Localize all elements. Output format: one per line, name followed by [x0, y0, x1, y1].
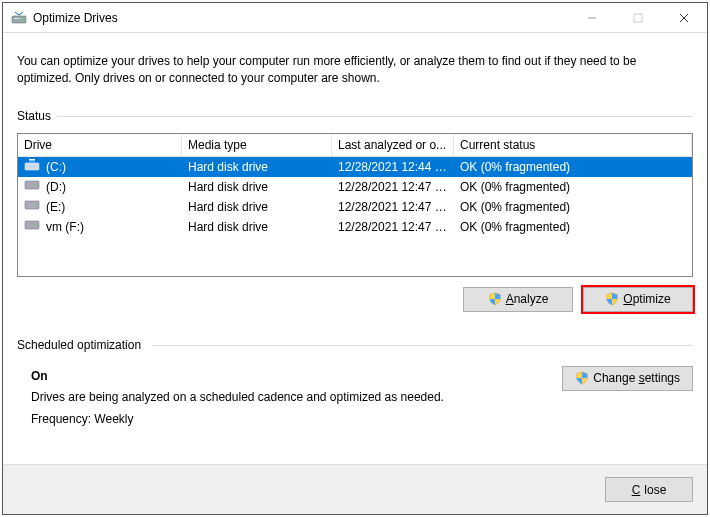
table-row[interactable]: (E:)Hard disk drive12/28/2021 12:47 P...…: [18, 197, 692, 217]
drive-icon: [24, 218, 40, 235]
header-media[interactable]: Media type: [182, 134, 332, 156]
table-row[interactable]: (C:)Hard disk drive12/28/2021 12:44 P...…: [18, 157, 692, 177]
schedule-freq: Frequency: Weekly: [31, 412, 134, 426]
svg-rect-9: [29, 159, 35, 160]
drives-table: Drive Media type Last analyzed or o... C…: [17, 133, 693, 277]
intro-text: You can optimize your drives to help you…: [17, 53, 693, 87]
drive-last: 12/28/2021 12:47 P...: [332, 200, 454, 214]
window-body: You can optimize your drives to help you…: [3, 33, 707, 444]
uac-shield-icon: [488, 292, 502, 306]
drive-name: (E:): [46, 200, 65, 214]
optimize-button[interactable]: Optimize: [583, 287, 693, 312]
titlebar: Optimize Drives: [3, 3, 707, 33]
drive-name: vm (F:): [46, 220, 84, 234]
header-drive[interactable]: Drive: [18, 134, 182, 156]
table-header: Drive Media type Last analyzed or o... C…: [18, 134, 692, 157]
svg-point-2: [22, 18, 24, 20]
scheduled-text: On Drives are being analyzed on a schedu…: [31, 366, 562, 431]
svg-rect-1: [14, 18, 20, 19]
scheduled-label: Scheduled optimization: [17, 338, 693, 352]
close-dialog-button[interactable]: Close: [605, 477, 693, 502]
drive-media: Hard disk drive: [182, 200, 332, 214]
optimize-drives-window: Optimize Drives You can optimize your dr…: [2, 2, 708, 515]
svg-point-11: [35, 184, 37, 186]
drive-name: (C:): [46, 160, 66, 174]
drive-status: OK (0% fragmented): [454, 180, 692, 194]
minimize-button[interactable]: [569, 3, 615, 32]
header-status[interactable]: Current status: [454, 134, 692, 156]
table-row[interactable]: vm (F:)Hard disk drive12/28/2021 12:47 P…: [18, 217, 692, 237]
drive-last: 12/28/2021 12:47 P...: [332, 180, 454, 194]
window-controls: [569, 3, 707, 32]
table-row[interactable]: (D:)Hard disk drive12/28/2021 12:47 P...…: [18, 177, 692, 197]
drive-media: Hard disk drive: [182, 220, 332, 234]
header-last[interactable]: Last analyzed or o...: [332, 134, 454, 156]
drive-last: 12/28/2021 12:47 P...: [332, 220, 454, 234]
status-label: Status: [17, 109, 693, 123]
table-body: (C:)Hard disk drive12/28/2021 12:44 P...…: [18, 157, 692, 237]
maximize-button[interactable]: [615, 3, 661, 32]
drive-name: (D:): [46, 180, 66, 194]
svg-point-13: [35, 204, 37, 206]
change-settings-button[interactable]: Change settings: [562, 366, 693, 391]
schedule-state: On: [31, 369, 48, 383]
footer: Close: [3, 464, 707, 514]
drive-media: Hard disk drive: [182, 160, 332, 174]
optimize-label: ptimize: [633, 292, 671, 306]
svg-rect-7: [25, 163, 39, 170]
drive-last: 12/28/2021 12:44 P...: [332, 160, 454, 174]
action-buttons: Analyze Optimize: [17, 287, 693, 312]
drive-media: Hard disk drive: [182, 180, 332, 194]
uac-shield-icon: [605, 292, 619, 306]
drive-icon: [24, 158, 40, 175]
analyze-button[interactable]: Analyze: [463, 287, 573, 312]
drive-icon: [24, 198, 40, 215]
drive-status: OK (0% fragmented): [454, 220, 692, 234]
scheduled-body: On Drives are being analyzed on a schedu…: [17, 362, 693, 431]
drive-icon: [24, 178, 40, 195]
svg-point-15: [35, 224, 37, 226]
app-icon: [11, 10, 27, 26]
drive-status: OK (0% fragmented): [454, 160, 692, 174]
drive-status: OK (0% fragmented): [454, 200, 692, 214]
uac-shield-icon: [575, 371, 589, 385]
svg-rect-4: [634, 14, 642, 22]
analyze-label: nalyze: [514, 292, 549, 306]
window-title: Optimize Drives: [33, 11, 569, 25]
close-button[interactable]: [661, 3, 707, 32]
schedule-desc: Drives are being analyzed on a scheduled…: [31, 390, 444, 404]
